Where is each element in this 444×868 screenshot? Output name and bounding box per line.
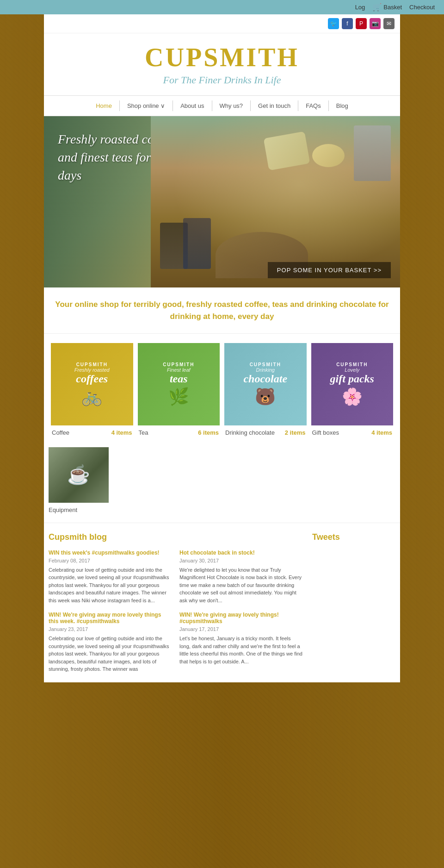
tagline: Your online shop for terribly good, fres… bbox=[44, 287, 400, 334]
equipment-thumb[interactable]: ☕ bbox=[49, 447, 109, 503]
product-coffee-category: Coffee bbox=[52, 429, 69, 436]
product-gift-thumb: CUPSMITH Lovely gift packs 🌸 bbox=[311, 343, 394, 425]
hat-decoration bbox=[312, 144, 345, 167]
tweets-title: Tweets bbox=[312, 532, 395, 542]
blog-post-2: Hot chocolate back in stock! January 30,… bbox=[179, 550, 303, 605]
instagram-icon[interactable]: 📷 bbox=[370, 18, 381, 29]
product-coffee-icon: 🚲 bbox=[81, 387, 102, 406]
pinterest-icon[interactable]: P bbox=[356, 18, 367, 29]
thermos-decoration bbox=[354, 125, 391, 181]
facebook-icon[interactable]: f bbox=[342, 18, 353, 29]
nav-home[interactable]: Home bbox=[88, 100, 120, 111]
cart-area: 🛒 Basket bbox=[372, 3, 402, 12]
product-choc-icon: 🐻 bbox=[255, 387, 276, 406]
hero-banner: Freshly roasted coffees and finest teas … bbox=[44, 116, 400, 287]
product-coffee-count: 4 items bbox=[111, 429, 132, 436]
equipment-image-icon: ☕ bbox=[67, 464, 90, 486]
hero-cta-button[interactable]: POP SOME IN YOUR BASKET >> bbox=[268, 262, 391, 278]
blog-post-1-title[interactable]: WIN this week's #cupsmithwalks goodies! bbox=[49, 550, 172, 556]
product-coffee[interactable]: CUPSMITH Freshly roasted coffees 🚲 Coffe… bbox=[49, 343, 136, 438]
blog-post-3-title[interactable]: WIN! We're giving away more lovely thing… bbox=[49, 612, 172, 624]
product-tea-thumb: CUPSMITH Finest leaf teas 🌿 bbox=[138, 343, 220, 425]
product-coffee-name: coffees bbox=[76, 373, 108, 385]
blog-post-3-date: January 23, 2017 bbox=[49, 626, 172, 632]
product-choc-count: 2 items bbox=[285, 429, 306, 436]
logo-area: CUPSMITH For The Finer Drinks In Life bbox=[44, 33, 400, 95]
main-container: 🐦 f P 📷 ✉ CUPSMITH For The Finer Drinks … bbox=[44, 14, 400, 682]
product-choc-brand: CUPSMITH bbox=[250, 362, 281, 367]
blog-post-1-excerpt: Celebrating our love of getting outside … bbox=[49, 566, 172, 605]
nav-faqs[interactable]: FAQs bbox=[298, 100, 329, 111]
blog-post-4-title[interactable]: WIN! We're giving away lovely things! #c… bbox=[179, 612, 303, 624]
equipment-label: Equipment bbox=[49, 506, 395, 513]
blog-post-1: WIN this week's #cupsmithwalks goodies! … bbox=[49, 550, 172, 605]
cart-icon[interactable]: 🛒 bbox=[372, 3, 382, 12]
nav-blog[interactable]: Blog bbox=[329, 100, 356, 111]
blog-post-2-date: January 30, 2017 bbox=[179, 558, 303, 563]
product-tea-sub: Finest leaf bbox=[167, 367, 191, 373]
product-chocolate[interactable]: CUPSMITH Drinking chocolate 🐻 Drinking c… bbox=[222, 343, 309, 438]
product-coffee-sub: Freshly roasted bbox=[74, 367, 110, 373]
product-choc-name: chocolate bbox=[243, 373, 287, 385]
checkout-link[interactable]: Checkout bbox=[409, 4, 435, 11]
product-tea-name: teas bbox=[170, 373, 188, 385]
product-gift-category: Gift boxes bbox=[312, 429, 339, 436]
product-tea-icon: 🌿 bbox=[168, 387, 189, 406]
product-choc-sub: Drinking bbox=[256, 367, 275, 373]
product-gifts[interactable]: CUPSMITH Lovely gift packs 🌸 Gift boxes … bbox=[309, 343, 396, 438]
nav-get-in-touch[interactable]: Get in touch bbox=[251, 100, 298, 111]
product-choc-meta: Drinking chocolate 2 items bbox=[224, 425, 307, 438]
top-bar: Log 🛒 Basket Checkout bbox=[0, 0, 444, 14]
product-coffee-brand: CUPSMITH bbox=[76, 362, 108, 367]
product-gift-meta: Gift boxes 4 items bbox=[311, 425, 394, 438]
product-choc-thumb: CUPSMITH Drinking chocolate 🐻 bbox=[224, 343, 307, 425]
nav-shop-online[interactable]: Shop online ∨ bbox=[120, 100, 173, 111]
blog-post-4-excerpt: Let's be honest, January is a tricky mon… bbox=[179, 635, 303, 665]
product-gift-sub: Lovely bbox=[345, 367, 359, 373]
product-tea-count: 6 items bbox=[198, 429, 219, 436]
product-coffee-thumb: CUPSMITH Freshly roasted coffees 🚲 bbox=[51, 343, 133, 425]
blog-post-3-excerpt: Celebrating our love of getting outside … bbox=[49, 635, 172, 673]
social-bar: 🐦 f P 📷 ✉ bbox=[44, 14, 400, 33]
boot2-decoration bbox=[183, 218, 211, 269]
basket-link[interactable]: Basket bbox=[383, 4, 402, 11]
product-grid: CUPSMITH Freshly roasted coffees 🚲 Coffe… bbox=[44, 334, 400, 443]
nav-why-us[interactable]: Why us? bbox=[212, 100, 251, 111]
blog-section: Cupsmith blog WIN this week's #cupsmithw… bbox=[44, 523, 400, 682]
blog-sidebar: Tweets bbox=[312, 532, 395, 673]
blog-post-4-date: January 17, 2017 bbox=[179, 626, 303, 632]
product-gift-name: gift packs bbox=[330, 373, 374, 385]
blog-grid: WIN this week's #cupsmithwalks goodies! … bbox=[49, 550, 303, 673]
product-choc-category: Drinking chocolate bbox=[225, 429, 275, 436]
product-gift-count: 4 items bbox=[371, 429, 392, 436]
blog-title: Cupsmith blog bbox=[49, 532, 303, 542]
twitter-icon[interactable]: 🐦 bbox=[328, 18, 339, 29]
email-icon[interactable]: ✉ bbox=[383, 18, 395, 29]
logo-title: CUPSMITH bbox=[44, 43, 400, 72]
blog-post-4: WIN! We're giving away lovely things! #c… bbox=[179, 612, 303, 673]
product-tea-category: Tea bbox=[139, 429, 148, 436]
blog-main: Cupsmith blog WIN this week's #cupsmithw… bbox=[49, 532, 303, 673]
product-coffee-meta: Coffee 4 items bbox=[51, 425, 133, 438]
navigation: Home Shop online ∨ About us Why us? Get … bbox=[44, 95, 400, 116]
product-gift-brand: CUPSMITH bbox=[336, 362, 368, 367]
blog-post-3: WIN! We're giving away more lovely thing… bbox=[49, 612, 172, 673]
product-tea-brand: CUPSMITH bbox=[163, 362, 194, 367]
product-tea-meta: Tea 6 items bbox=[138, 425, 220, 438]
blog-post-2-excerpt: We're delighted to let you know that our… bbox=[179, 566, 303, 605]
product-tea[interactable]: CUPSMITH Finest leaf teas 🌿 Tea 6 items bbox=[136, 343, 222, 438]
log-link[interactable]: Log bbox=[355, 4, 365, 11]
equipment-section: ☕ Equipment bbox=[44, 443, 400, 523]
logo-subtitle: For The Finer Drinks In Life bbox=[44, 74, 400, 86]
pillow-decoration bbox=[264, 131, 310, 171]
blog-post-2-title[interactable]: Hot chocolate back in stock! bbox=[179, 550, 303, 556]
product-gift-icon: 🌸 bbox=[342, 387, 363, 406]
nav-about-us[interactable]: About us bbox=[173, 100, 212, 111]
blog-post-1-date: February 08, 2017 bbox=[49, 558, 172, 563]
